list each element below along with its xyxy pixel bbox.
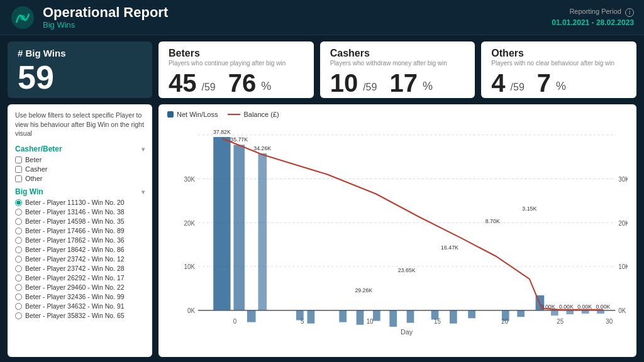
radio-big-win-4[interactable]: Beter - Player 17862 - Win No. 36 bbox=[15, 236, 145, 244]
svg-rect-32 bbox=[339, 310, 347, 322]
radio-big-win-8[interactable]: Beter - Player 26292 - Win No. 17 bbox=[15, 274, 145, 282]
chart-panel: Net Win/Loss Balance (£) 0K 10K 20K 30K bbox=[158, 104, 636, 357]
svg-rect-28 bbox=[258, 153, 267, 310]
svg-rect-43 bbox=[551, 310, 558, 315]
svg-text:30K: 30K bbox=[184, 175, 196, 182]
cashers-count: 10 bbox=[330, 70, 358, 96]
radio-input-12[interactable] bbox=[15, 312, 22, 319]
svg-rect-36 bbox=[407, 310, 414, 323]
page-title: Operational Report bbox=[43, 5, 168, 20]
svg-rect-31 bbox=[308, 310, 315, 324]
others-subtitle: Players with no clear behaviour after bi… bbox=[491, 60, 626, 67]
checkbox-other[interactable]: Other bbox=[15, 175, 145, 182]
svg-text:0: 0 bbox=[233, 317, 237, 324]
chevron-down-icon: ▾ bbox=[142, 146, 145, 153]
svg-text:29.26K: 29.26K bbox=[355, 287, 372, 293]
cashers-pct-sym: % bbox=[423, 80, 433, 93]
svg-rect-46 bbox=[597, 310, 604, 314]
checkbox-other-label: Other bbox=[25, 175, 43, 182]
reporting-period-value: 01.01.2021 - 28.02.2023 bbox=[552, 18, 634, 27]
svg-text:30: 30 bbox=[606, 317, 613, 324]
radio-input-5[interactable] bbox=[15, 246, 22, 253]
radio-label-5: Beter - Player 18642 - Win No. 86 bbox=[25, 246, 125, 253]
kpi-beters: Beters Players who continue playing afte… bbox=[158, 41, 314, 98]
radio-input-11[interactable] bbox=[15, 303, 22, 310]
radio-big-win-7[interactable]: Beter - Player 23742 - Win No. 28 bbox=[15, 265, 145, 272]
checkbox-casher[interactable]: Casher bbox=[15, 165, 145, 173]
checkbox-beter[interactable]: Beter bbox=[15, 156, 145, 163]
svg-rect-34 bbox=[373, 310, 380, 321]
radio-big-win-0[interactable]: Beter - Player 11130 - Win No. 20 bbox=[15, 199, 145, 206]
svg-text:0.00K: 0.00K bbox=[577, 303, 592, 309]
checkbox-other-input[interactable] bbox=[15, 175, 22, 182]
big-win-label[interactable]: Big Win ▾ bbox=[15, 187, 145, 196]
casher-beter-label[interactable]: Casher/Beter ▾ bbox=[15, 145, 145, 153]
radio-big-win-12[interactable]: Beter - Player 35832 - Win No. 65 bbox=[15, 312, 145, 319]
radio-input-1[interactable] bbox=[15, 209, 22, 216]
radio-input-2[interactable] bbox=[15, 218, 22, 225]
chart-legend: Net Win/Loss Balance (£) bbox=[167, 111, 628, 118]
svg-rect-35 bbox=[389, 310, 397, 327]
radio-big-win-3[interactable]: Beter - Player 17466 - Win No. 89 bbox=[15, 227, 145, 234]
cashers-total: /59 bbox=[363, 82, 377, 93]
svg-text:Day: Day bbox=[401, 328, 413, 336]
kpi-others: Others Players with no clear behaviour a… bbox=[481, 41, 636, 98]
radio-label-7: Beter - Player 23742 - Win No. 28 bbox=[25, 265, 125, 272]
checkbox-beter-label: Beter bbox=[25, 156, 42, 163]
header: Operational Report Big Wins Reporting Pe… bbox=[0, 0, 644, 35]
svg-rect-30 bbox=[296, 310, 304, 321]
radio-label-6: Beter - Player 23742 - Win No. 12 bbox=[25, 255, 125, 263]
radio-input-8[interactable] bbox=[15, 275, 22, 282]
header-right: Reporting Period i 01.01.2021 - 28.02.20… bbox=[552, 8, 634, 26]
checkbox-casher-label: Casher bbox=[25, 165, 47, 173]
beters-total: /59 bbox=[202, 82, 216, 93]
checkbox-beter-input[interactable] bbox=[15, 156, 22, 163]
svg-rect-41 bbox=[517, 310, 525, 317]
legend-line: Balance (£) bbox=[228, 111, 279, 118]
svg-text:34.26K: 34.26K bbox=[253, 145, 271, 151]
beters-numbers: 45 /59 76 % bbox=[169, 70, 304, 96]
radio-input-9[interactable] bbox=[15, 284, 22, 291]
beters-count: 45 bbox=[169, 70, 197, 96]
svg-rect-37 bbox=[431, 310, 439, 320]
radio-input-6[interactable] bbox=[15, 256, 22, 263]
radio-input-3[interactable] bbox=[15, 228, 22, 234]
radio-input-7[interactable] bbox=[15, 265, 22, 272]
filter-description: Use below filters to select specific Pla… bbox=[15, 111, 145, 138]
info-icon[interactable]: i bbox=[625, 8, 634, 17]
checkbox-casher-input[interactable] bbox=[15, 166, 22, 173]
radio-label-1: Beter - Player 13146 - Win No. 38 bbox=[25, 208, 125, 216]
radio-label-10: Beter - Player 32436 - Win No. 99 bbox=[25, 293, 125, 300]
radio-input-4[interactable] bbox=[15, 237, 22, 244]
svg-text:10: 10 bbox=[367, 317, 374, 324]
cashers-subtitle: Players who withdraw money after big win bbox=[330, 60, 465, 67]
beters-pct-sym: % bbox=[261, 80, 271, 93]
radio-big-win-5[interactable]: Beter - Player 18642 - Win No. 86 bbox=[15, 246, 145, 253]
svg-text:0K: 0K bbox=[618, 307, 626, 314]
kpi-big-wins: # Big Wins 59 bbox=[8, 41, 152, 98]
svg-text:23.65K: 23.65K bbox=[398, 267, 416, 273]
header-left: Operational Report Big Wins bbox=[10, 5, 168, 30]
radio-big-win-11[interactable]: Beter - Player 34632 - Win No. 91 bbox=[15, 302, 145, 310]
radio-input-0[interactable] bbox=[15, 199, 22, 206]
beters-subtitle: Players who continue playing after big w… bbox=[169, 60, 304, 67]
svg-text:0.00K: 0.00K bbox=[596, 303, 610, 309]
svg-rect-44 bbox=[566, 310, 574, 314]
radio-big-win-9[interactable]: Beter - Player 29460 - Win No. 22 bbox=[15, 283, 145, 291]
svg-text:10K: 10K bbox=[184, 263, 196, 270]
radio-big-win-6[interactable]: Beter - Player 23742 - Win No. 12 bbox=[15, 255, 145, 263]
chevron-down-icon-2: ▾ bbox=[142, 189, 145, 195]
radio-big-win-2[interactable]: Beter - Player 14598 - Win No. 35 bbox=[15, 217, 145, 225]
radio-input-10[interactable] bbox=[15, 293, 22, 300]
radio-big-win-1[interactable]: Beter - Player 13146 - Win No. 38 bbox=[15, 208, 145, 216]
chart-area: 0K 10K 20K 30K 0K 10K 20K 30K 0 5 10 15 … bbox=[167, 122, 628, 344]
left-panel: Use below filters to select specific Pla… bbox=[8, 104, 152, 357]
svg-text:20K: 20K bbox=[618, 219, 628, 226]
big-win-list: Beter - Player 11130 - Win No. 20Beter -… bbox=[15, 199, 145, 319]
radio-big-win-10[interactable]: Beter - Player 32436 - Win No. 99 bbox=[15, 293, 145, 300]
kpi-row: # Big Wins 59 Beters Players who continu… bbox=[0, 35, 644, 104]
svg-rect-40 bbox=[502, 310, 509, 321]
svg-text:25: 25 bbox=[557, 317, 564, 324]
svg-rect-38 bbox=[450, 310, 457, 324]
legend-line-label: Balance (£) bbox=[243, 111, 279, 118]
